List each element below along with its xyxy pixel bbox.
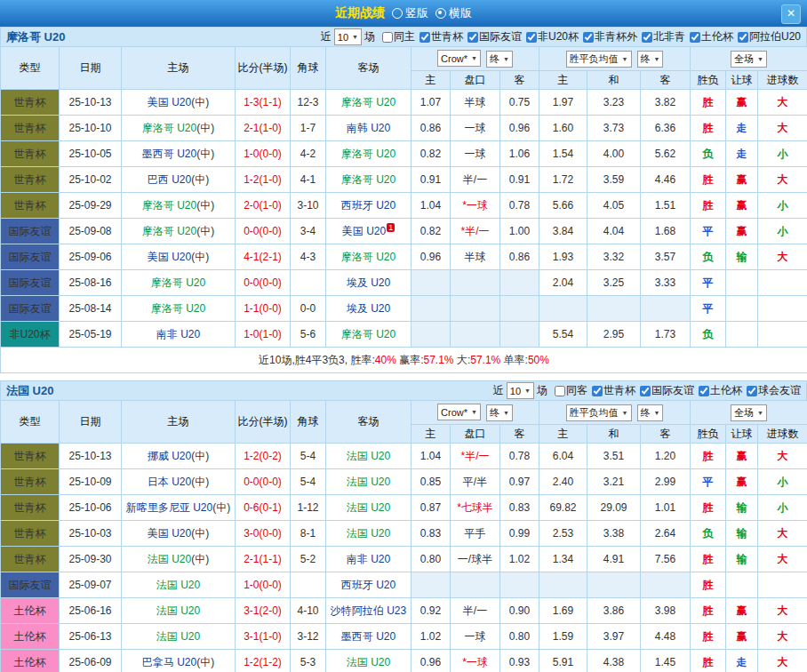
filter-checkbox[interactable]: 土伦杯 (687, 29, 733, 44)
home-team-name[interactable]: 法国 U20 (156, 604, 200, 617)
result-wdl-cell: 胜 (691, 572, 726, 598)
home-team-name[interactable]: 巴拿马 U20 (142, 656, 196, 668)
odds-source-select[interactable]: Crow*▼ (437, 404, 481, 420)
away-team-name[interactable]: 法国 U20 (347, 476, 390, 488)
checkbox-input[interactable] (592, 386, 603, 396)
checkbox-input[interactable] (640, 386, 651, 396)
home-team-name[interactable]: 摩洛哥 U20 (151, 302, 205, 315)
avg-odds-select[interactable]: 胜平负均值▼ (566, 404, 632, 421)
home-team-cell: 墨西哥 U20(中) (122, 141, 236, 167)
home-team-cell: 日本 U20(中) (122, 469, 236, 495)
avg-odds-select[interactable]: 胜平负均值▼ (566, 51, 632, 68)
home-team-name[interactable]: 摩洛哥 U20 (151, 276, 205, 289)
checkbox-input[interactable] (642, 32, 652, 43)
home-team-name[interactable]: 美国 U20 (148, 527, 191, 540)
checkbox-input[interactable] (419, 32, 430, 43)
handicap-line-cell: 一球 (451, 116, 500, 141)
filter-checkbox[interactable]: 非青杯外 (580, 29, 637, 44)
filter-checkbox[interactable]: 同客 (552, 383, 587, 398)
odds-source-select[interactable]: Crow*▼ (437, 50, 481, 67)
away-team-name[interactable]: 沙特阿拉伯 U23 (331, 604, 406, 617)
checkbox-input[interactable] (699, 386, 709, 396)
checkbox-input[interactable] (747, 386, 757, 396)
checkbox-input[interactable] (382, 32, 393, 43)
checkbox-input[interactable] (526, 32, 537, 43)
away-team-name[interactable]: 摩洛哥 U20 (341, 251, 396, 263)
filter-checkbox[interactable]: 国际友谊 (637, 383, 694, 398)
date-cell: 25-06-09 (60, 650, 122, 672)
neutral-venue-tag: (中) (191, 251, 209, 263)
match-type-cell: 土伦杯 (1, 650, 60, 672)
close-icon[interactable]: ✕ (781, 4, 801, 24)
away-team-name[interactable]: 摩洛哥 U20 (341, 173, 396, 186)
filter-checkbox[interactable]: 世青杯 (589, 383, 635, 398)
col-header-corner: 角球 (291, 401, 326, 444)
home-team-name[interactable]: 法国 U20 (156, 579, 200, 591)
result-wdl-cell: 胜 (691, 116, 726, 141)
avg-final-select[interactable]: 终▼ (637, 51, 664, 68)
filter-checkbox[interactable]: 世青杯 (417, 29, 463, 44)
filter-checkbox[interactable]: 同主 (380, 29, 415, 44)
avg-final-select[interactable]: 终▼ (637, 404, 664, 421)
checkbox-input[interactable] (555, 386, 565, 396)
neutral-venue-tag: (中) (191, 527, 209, 540)
away-team-name[interactable]: 南韩 U20 (347, 122, 390, 134)
filter-checkbox[interactable]: 国际友谊 (465, 29, 522, 44)
home-team-name[interactable]: 巴西 U20 (148, 173, 191, 186)
away-team-name[interactable]: 法国 U20 (347, 501, 390, 514)
away-team-name[interactable]: 西班牙 U20 (341, 199, 396, 212)
home-team-name[interactable]: 摩洛哥 U20 (142, 122, 196, 134)
away-team-name[interactable]: 摩洛哥 U20 (341, 148, 396, 160)
filter-checkbox[interactable]: 阿拉伯U20 (735, 29, 801, 44)
away-team-cell: 美国 U201 (326, 219, 411, 244)
home-team-name[interactable]: 摩洛哥 U20 (142, 199, 196, 212)
away-team-name[interactable]: 埃及 U20 (347, 302, 390, 315)
checkbox-input[interactable] (583, 32, 594, 43)
home-team-name[interactable]: 南非 U20 (156, 328, 200, 340)
away-team-name[interactable]: 摩洛哥 U20 (341, 328, 396, 340)
avg-home-cell: 69.82 (539, 495, 587, 521)
home-team-name[interactable]: 美国 U20 (148, 251, 191, 263)
match-type-cell: 非U20杯 (1, 322, 60, 348)
checkbox-input[interactable] (738, 32, 748, 43)
away-team-name[interactable]: 法国 U20 (347, 450, 390, 462)
away-team-name[interactable]: 美国 U20 (342, 225, 386, 237)
odds-away-cell: 0.91 (500, 167, 539, 193)
view-option-horizontal[interactable]: 横版 (435, 5, 472, 21)
away-team-name[interactable]: 南非 U20 (347, 553, 390, 565)
filter-checkbox[interactable]: 非U20杯 (523, 29, 579, 44)
home-team-name[interactable]: 法国 U20 (148, 553, 191, 565)
avg-home-cell: 2.04 (539, 270, 587, 296)
result-wdl-cell: 平 (691, 219, 726, 244)
games-count-select[interactable]: 10▼ (507, 382, 534, 399)
odds-final-select[interactable]: 终▼ (486, 404, 513, 421)
date-cell: 25-06-16 (60, 598, 122, 624)
home-team-name[interactable]: 挪威 U20 (148, 450, 191, 462)
home-team-cell: 摩洛哥 U20 (122, 296, 236, 322)
odds-final-select[interactable]: 终▼ (486, 51, 513, 68)
scope-select[interactable]: 全场▼ (731, 404, 767, 421)
games-count-select[interactable]: 10▼ (334, 28, 362, 45)
filter-checkbox[interactable]: 北非青 (639, 29, 685, 44)
chevron-down-icon: ▼ (503, 410, 509, 416)
away-team-name[interactable]: 埃及 U20 (347, 276, 390, 289)
away-team-name[interactable]: 西班牙 U20 (341, 579, 396, 591)
away-team-name[interactable]: 摩洛哥 U20 (341, 96, 396, 108)
away-team-name[interactable]: 法国 U20 (347, 527, 390, 540)
home-team-name[interactable]: 法国 U20 (156, 630, 200, 643)
home-team-name[interactable]: 摩洛哥 U20 (142, 225, 196, 237)
view-option-vertical[interactable]: 竖版 (392, 5, 428, 21)
table-row: 土伦杯25-06-13法国 U203-1(1-0)3-12墨西哥 U201.02… (1, 624, 807, 650)
home-team-name[interactable]: 新喀里多尼亚 U20 (126, 501, 212, 514)
filter-checkbox[interactable]: 土伦杯 (696, 383, 742, 398)
home-team-name[interactable]: 墨西哥 U20 (142, 148, 196, 160)
checkbox-input[interactable] (690, 32, 700, 43)
away-team-name[interactable]: 墨西哥 U20 (341, 630, 396, 643)
scope-select[interactable]: 全场▼ (731, 51, 767, 68)
away-team-name[interactable]: 法国 U20 (347, 656, 390, 668)
home-team-name[interactable]: 日本 U20 (148, 476, 191, 488)
checkbox-input[interactable] (467, 32, 478, 43)
filter-checkbox[interactable]: 球会友谊 (744, 383, 801, 398)
home-team-name[interactable]: 美国 U20 (148, 96, 191, 108)
score-cell: 2-1(1-1) (236, 547, 291, 572)
